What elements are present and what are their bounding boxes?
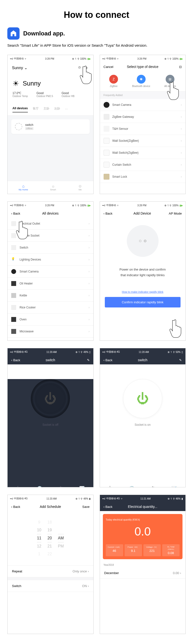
nav-title: switch <box>116 358 170 362</box>
row-th-sensor[interactable]: T&H Sensor› <box>100 123 186 135</box>
stats-card: Today electrical quantity (KW.h) 0.0 Cur… <box>103 514 183 559</box>
tab-all-devices[interactable]: All devices <box>12 106 28 112</box>
foot-schedule[interactable]: 🕐Schedule <box>127 486 136 487</box>
row-oil-heater[interactable]: Oil Heater› <box>8 278 93 290</box>
nav-title: Add Schedule <box>24 505 78 508</box>
camera-icon <box>11 269 16 274</box>
nav-smart[interactable]: ☼Smart <box>50 184 56 191</box>
heater-icon <box>11 281 16 286</box>
device-card[interactable]: switchOffline <box>11 119 90 134</box>
device-state: Offline <box>25 127 34 130</box>
row-zigbee-gateway[interactable]: ZigBee Gateway› <box>100 111 186 123</box>
met-total: EL Total（KW.h）0.08 <box>162 544 180 556</box>
month-row[interactable]: December0.00 › <box>100 568 186 578</box>
socket-state: Socket is on <box>100 423 186 426</box>
edit-icon[interactable]: ✎ <box>78 358 90 362</box>
nav-me[interactable]: ☺Me <box>78 184 82 191</box>
mic-icon[interactable]: ⌾ <box>78 65 81 71</box>
pointing-hand-icon <box>170 318 184 338</box>
tab-living[interactable]: 客厅 <box>33 106 38 112</box>
hum-value: Good <box>62 92 74 95</box>
year-label: Year2018 <box>100 562 186 568</box>
nav-home[interactable]: ⌂My Home <box>18 184 28 191</box>
download-row: Download app. <box>7 27 186 40</box>
tab-master[interactable]: 主卧 <box>44 106 49 112</box>
foot-stats[interactable]: 📊Statistics <box>78 486 86 487</box>
save-button[interactable]: Save <box>78 505 90 508</box>
screen-home: ••ıl 中国移动 ᯤ3:28 PM⊕ ↿ ⚲ 100% ▮▶ Sunny ⌄ … <box>7 55 94 194</box>
instruction-text: Search "Smart Life" in APP Store for iOS… <box>7 43 186 48</box>
page-title: How to connect <box>7 10 186 20</box>
nav-title: Select type of device <box>116 65 170 69</box>
tab-second[interactable]: 次卧 <box>54 106 60 112</box>
power-button[interactable]: ⏻ <box>31 379 70 418</box>
socket-icon <box>11 233 16 238</box>
back-button[interactable]: ‹ Back <box>104 358 116 362</box>
row-curtain-switch[interactable]: Curtain Switch› <box>100 159 186 171</box>
back-button[interactable]: ‹ Back <box>104 212 116 215</box>
row-switch[interactable]: Switch› <box>8 242 93 254</box>
back-button[interactable]: ‹ Back <box>11 505 24 508</box>
row-camera[interactable]: Smart Camera› <box>8 266 93 278</box>
battery: ⊕ ↿ ⚲ 100% ▮▶ <box>72 58 91 60</box>
oven-icon <box>11 317 16 322</box>
time-picker[interactable]: 91011121 1819202122 AMPM <box>8 511 93 566</box>
foot-stats[interactable]: 📊Statistics <box>170 486 178 487</box>
row-wall-switch[interactable]: Wall Switch(ZigBee)› <box>100 147 186 159</box>
row-oven[interactable]: Oven› <box>8 314 93 326</box>
outlet-icon <box>11 221 16 226</box>
row-lighting[interactable]: 💡Lighting Devices› <box>8 254 93 266</box>
pm-label: Outdoor PM2.5 <box>36 95 53 98</box>
temp-value: 17.0℃ <box>12 92 28 95</box>
row-rice-cooker[interactable]: Rice Cooker› <box>8 302 93 314</box>
row-kettle[interactable]: Kettle› <box>8 290 93 302</box>
met-voltage: Voltage（V）221 <box>144 544 161 556</box>
back-button[interactable]: ‹ Back <box>11 212 24 215</box>
foot-switch[interactable]: ⏻Switch <box>14 486 21 487</box>
weather-name: Sunny <box>23 80 41 87</box>
screen-add-device: ••ıl 中国移动 ᯤ3:28 PM⊕ ↿ ⚲ 100% ▮▶ ‹ BackAd… <box>100 202 186 341</box>
temp-label: Outdoor Temp <box>12 95 28 98</box>
screen-electrical: ••ıl 中国移动 4G ᯤ11:21 AM⊕ ↿ ⚲ 46% ▮ ‹ Back… <box>100 495 186 634</box>
foot-timer[interactable]: ⏱Timer <box>58 486 64 487</box>
met-current: Current（mA）46 <box>106 544 123 556</box>
carrier: ••ıl 中国移动 ᯤ <box>10 57 27 60</box>
big-value: 0.0 <box>106 525 180 538</box>
repeat-row[interactable]: RepeatOnly once › <box>8 566 93 577</box>
user-dropdown[interactable]: Sunny ⌄ <box>12 66 27 70</box>
confirm-button[interactable]: Confirm indicator rapidly blink <box>105 297 181 308</box>
qr-icon[interactable]: ⊡ <box>170 65 182 69</box>
edit-icon[interactable]: ✎ <box>170 358 182 362</box>
app-icon <box>7 27 20 40</box>
foot-timer[interactable]: ⏱Timer <box>150 486 156 487</box>
row-microwave[interactable]: Microwave› <box>8 326 93 338</box>
cat-all[interactable]: ⊞All devices <box>164 75 176 88</box>
screen-add-schedule: ••ıl 中国移动 4G11:20 AM⊕ ↿ ⚲ 48% ▮ ‹ BackAd… <box>7 495 94 634</box>
row-multi-socket[interactable]: Multiple Socket› <box>8 230 93 242</box>
hum-label: Outdoor HB <box>62 95 74 98</box>
today-label: Today electrical quantity (KW.h) <box>106 518 180 521</box>
tab-more[interactable]: … <box>65 106 68 112</box>
row-smart-lock[interactable]: Smart Lock› <box>100 171 186 183</box>
back-button[interactable]: ‹ Back <box>104 505 116 508</box>
cat-bluetooth[interactable]: ✱Bluetooth device <box>132 75 150 88</box>
pm-value: Good <box>36 92 53 95</box>
ricecooker-icon <box>11 305 16 310</box>
freq-header: Frequently Added <box>100 92 186 99</box>
plus-icon[interactable]: ＋ <box>84 65 89 71</box>
foot-schedule[interactable]: 🕐Schedule <box>35 486 44 487</box>
ap-mode[interactable]: AP Mode <box>169 212 182 215</box>
row-smart-camera[interactable]: Smart Camera› <box>100 99 186 111</box>
met-power: Power（W）9.1 <box>124 544 142 556</box>
back-button[interactable]: ‹ Back <box>11 358 24 362</box>
foot-switch[interactable]: ⏻Switch <box>107 486 113 487</box>
switch-row[interactable]: SwitchON › <box>8 580 93 592</box>
row-wall-socket[interactable]: Wall Socket(ZigBee)› <box>100 135 186 147</box>
instruction-line2: that indicator light rapidly blinks <box>100 272 186 278</box>
help-link[interactable]: How to make indicator rapidly blink <box>100 290 186 293</box>
indicator-circle <box>127 225 158 257</box>
cat-zigbee[interactable]: ZZigBee <box>109 75 118 88</box>
power-button[interactable]: ⏻ <box>123 379 162 418</box>
row-outlet[interactable]: Electrical Outlet› <box>8 218 93 230</box>
cancel-button[interactable]: Cancel <box>104 65 116 69</box>
